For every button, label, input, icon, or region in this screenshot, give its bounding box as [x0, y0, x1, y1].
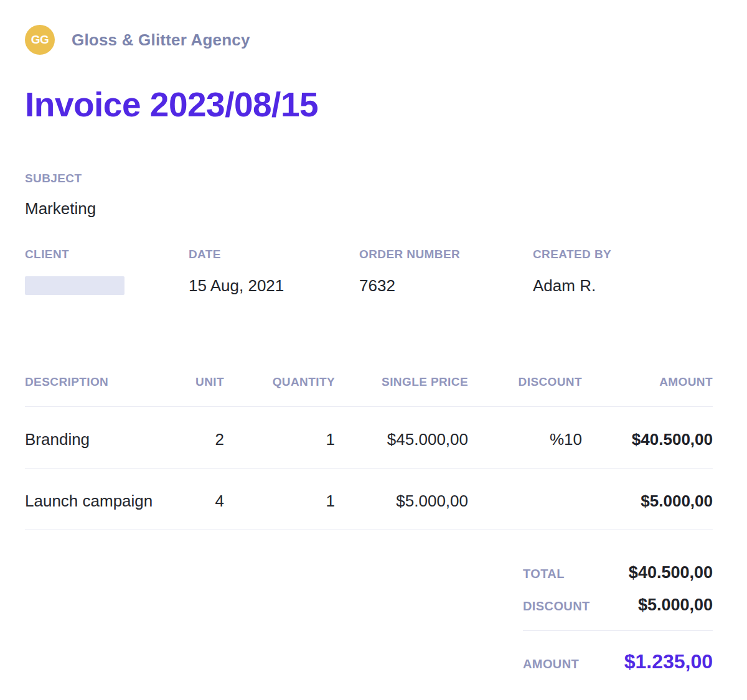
cell-amount: $40.500,00	[582, 407, 713, 469]
col-header-discount: DISCOUNT	[468, 376, 582, 407]
col-header-quantity: QUANTITY	[224, 376, 335, 407]
discount-value: $5.000,00	[638, 595, 713, 614]
discount-label: DISCOUNT	[523, 599, 590, 614]
amount-due-label: AMOUNT	[523, 657, 579, 671]
brand-header: GG Gloss & Glitter Agency	[25, 25, 713, 55]
cell-unit: 4	[174, 469, 224, 530]
cell-unit: 2	[174, 407, 224, 469]
created-by-field: CREATED BY Adam R.	[533, 248, 713, 295]
items-table-header-row: DESCRIPTION UNIT QUANTITY SINGLE PRICE D…	[25, 376, 713, 407]
cell-amount: $5.000,00	[582, 469, 713, 530]
cell-quantity: 1	[224, 469, 335, 530]
cell-single-price: $5.000,00	[335, 469, 468, 530]
totals-section: TOTAL $40.500,00 DISCOUNT $5.000,00 AMOU…	[523, 563, 713, 673]
col-header-description: DESCRIPTION	[25, 376, 174, 407]
amount-due-row: AMOUNT $1.235,00	[523, 650, 713, 673]
cell-quantity: 1	[224, 407, 335, 469]
discount-row: DISCOUNT $5.000,00	[523, 595, 713, 614]
totals-divider	[523, 630, 713, 631]
table-row: Branding 2 1 $45.000,00 %10 $40.500,00	[25, 407, 713, 469]
total-value: $40.500,00	[629, 563, 713, 582]
date-label: DATE	[189, 248, 359, 261]
items-table: DESCRIPTION UNIT QUANTITY SINGLE PRICE D…	[25, 376, 713, 530]
table-row: Launch campaign 4 1 $5.000,00 $5.000,00	[25, 469, 713, 530]
client-label: CLIENT	[25, 248, 189, 261]
created-by-label: CREATED BY	[533, 248, 713, 261]
client-field: CLIENT	[25, 248, 189, 295]
cell-discount: %10	[468, 407, 582, 469]
subject-value: Marketing	[25, 199, 713, 218]
total-row: TOTAL $40.500,00	[523, 563, 713, 582]
cell-discount	[468, 469, 582, 530]
total-label: TOTAL	[523, 567, 565, 581]
amount-due-value: $1.235,00	[624, 650, 713, 673]
col-header-unit: UNIT	[174, 376, 224, 407]
order-number-value: 7632	[359, 276, 533, 295]
brand-name: Gloss & Glitter Agency	[72, 30, 250, 50]
client-value-placeholder	[25, 276, 125, 295]
cell-description: Launch campaign	[25, 469, 174, 530]
page-title: Invoice 2023/08/15	[25, 83, 713, 126]
created-by-value: Adam R.	[533, 276, 713, 295]
date-value: 15 Aug, 2021	[189, 276, 359, 295]
brand-logo-icon: GG	[25, 25, 55, 55]
order-number-field: ORDER NUMBER 7632	[359, 248, 533, 295]
date-field: DATE 15 Aug, 2021	[189, 248, 359, 295]
subject-field: SUBJECT Marketing	[25, 172, 713, 218]
invoice-meta-row: CLIENT DATE 15 Aug, 2021 ORDER NUMBER 76…	[25, 248, 713, 295]
subject-label: SUBJECT	[25, 172, 713, 185]
col-header-single-price: SINGLE PRICE	[335, 376, 468, 407]
order-number-label: ORDER NUMBER	[359, 248, 533, 261]
cell-description: Branding	[25, 407, 174, 469]
invoice-page: GG Gloss & Glitter Agency Invoice 2023/0…	[0, 0, 747, 700]
cell-single-price: $45.000,00	[335, 407, 468, 469]
col-header-amount: AMOUNT	[582, 376, 713, 407]
